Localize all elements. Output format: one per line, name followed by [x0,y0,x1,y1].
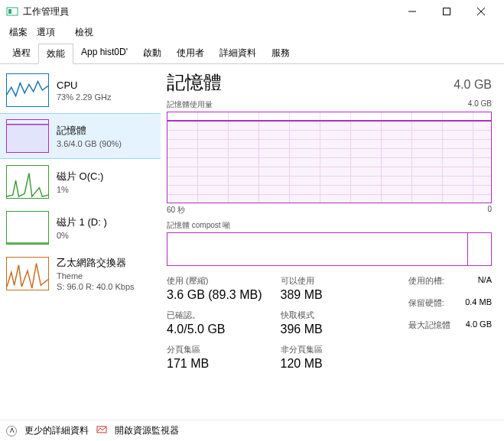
menu-file[interactable]: 檔案 [6,24,31,41]
stats-area: 使用 (壓縮) 3.6 GB (89.3 MB) 已確認。 4.0/5.0 GB… [167,275,492,371]
eth-sub: Theme [57,271,135,280]
available-label: 可以使用 [281,275,323,287]
chevron-up-icon[interactable]: ᐱ [6,426,17,436]
sidebar-item-disk1[interactable]: 磁片 1 (D: ) 0% [0,205,161,251]
footer-bar: ᐱ 更少的詳細資料 開啟資源監視器 [0,420,504,441]
memory-value: 3.6/4.0 GB (90%) [57,139,122,148]
chart1-max: 4.0 GB [468,99,492,110]
page-title: 記憶體 [167,70,222,95]
eth-label: 乙太網路交換器 [57,256,135,270]
eth-value: S: 96.0 R: 40.0 Kbps [57,282,135,291]
window-title: 工作管理員 [23,5,395,18]
disk0-label: 磁片 O(C:) [57,170,103,183]
max-label: 最大記憶體 [408,319,450,331]
open-resource-monitor-link[interactable]: 開啟資源監視器 [115,424,179,437]
minimize-button[interactable] [395,0,429,23]
available-value: 389 MB [281,288,323,302]
content-area: CPU 73% 2.29 GHz 記憶體 3.6/4.0 GB (90%) 磁片… [0,64,504,423]
paged-value: 171 MB [167,357,262,371]
svg-rect-1 [8,9,11,14]
paged-label: 分頁集區 [167,344,262,355]
disk1-value: 0% [57,231,107,240]
sidebar-item-memory[interactable]: 記憶體 3.6/4.0 GB (90%) [0,113,161,159]
window-controls [395,0,498,23]
disk1-label: 磁片 1 (D: ) [57,216,107,229]
disk1-mini-chart [6,211,49,245]
disk0-mini-chart [6,165,49,199]
reserved-value: 0.4 MB [465,297,492,309]
menu-options[interactable]: 選項 [34,24,58,41]
resmon-icon [96,424,107,437]
nonpaged-value: 120 MB [281,357,323,371]
menu-bar: 檔案 選項 檢視 [0,23,504,44]
tab-processes[interactable]: 過程 [5,44,38,63]
tab-users[interactable]: 使用者 [169,44,212,63]
menu-view[interactable]: 檢視 [72,24,96,41]
tab-services[interactable]: 服務 [264,44,298,63]
memory-usage-chart [167,112,492,203]
tab-apphistory[interactable]: App hist0D' [73,44,135,63]
committed-label: 已確認。 [167,310,262,321]
tab-performance[interactable]: 效能 [38,44,73,64]
slots-label: 使用的槽: [408,275,444,287]
sidebar: CPU 73% 2.29 GHz 記憶體 3.6/4.0 GB (90%) 磁片… [0,64,161,423]
cpu-value: 73% 2.29 GHz [57,92,112,102]
tab-startup[interactable]: 啟動 [135,44,169,63]
fewer-details-link[interactable]: 更少的詳細資料 [24,424,89,437]
close-button[interactable] [463,0,498,23]
chart1-xright: 0 [487,205,492,216]
cpu-mini-chart [6,73,49,107]
tab-bar: 過程 效能 App hist0D' 啟動 使用者 詳細資料 服務 [0,44,504,64]
cached-label: 快取模式 [281,310,323,321]
sidebar-item-cpu[interactable]: CPU 73% 2.29 GHz [0,67,161,113]
inuse-label: 使用 (壓縮) [167,275,262,287]
tab-details[interactable]: 詳細資料 [212,44,264,63]
cpu-label: CPU [57,79,112,91]
memory-composition-chart [167,232,492,266]
disk0-value: 1% [57,185,103,194]
memory-mini-chart [6,119,49,153]
svg-rect-6 [7,125,48,152]
memory-label: 記憶體 [57,124,122,138]
svg-rect-3 [443,8,450,15]
slots-value: N/A [478,275,492,287]
maximize-button[interactable] [429,0,463,23]
reserved-label: 保留硬體: [408,297,444,309]
memory-capacity: 4.0 GB [454,78,492,92]
cached-value: 396 MB [281,323,323,336]
main-panel: 記憶體 4.0 GB 記憶體使用量 4.0 GB 60 秒 0 記憶體 comp… [161,64,504,423]
title-bar: 工作管理員 [0,0,504,23]
chart1-xleft: 60 秒 [167,205,185,216]
app-icon [6,5,18,18]
chart1-label: 記憶體使用量 [167,99,213,110]
committed-value: 4.0/5.0 GB [167,323,262,336]
max-value: 4.0 GB [466,319,492,331]
nonpaged-label: 非分頁集區 [281,344,323,355]
sidebar-item-ethernet[interactable]: 乙太網路交換器 Theme S: 96.0 R: 40.0 Kbps [0,251,161,297]
chart2-label: 記憶體 compost 噸 [167,220,230,231]
inuse-value: 3.6 GB (89.3 MB) [167,288,262,302]
sidebar-item-disk0[interactable]: 磁片 O(C:) 1% [0,159,161,205]
eth-mini-chart [6,257,49,290]
